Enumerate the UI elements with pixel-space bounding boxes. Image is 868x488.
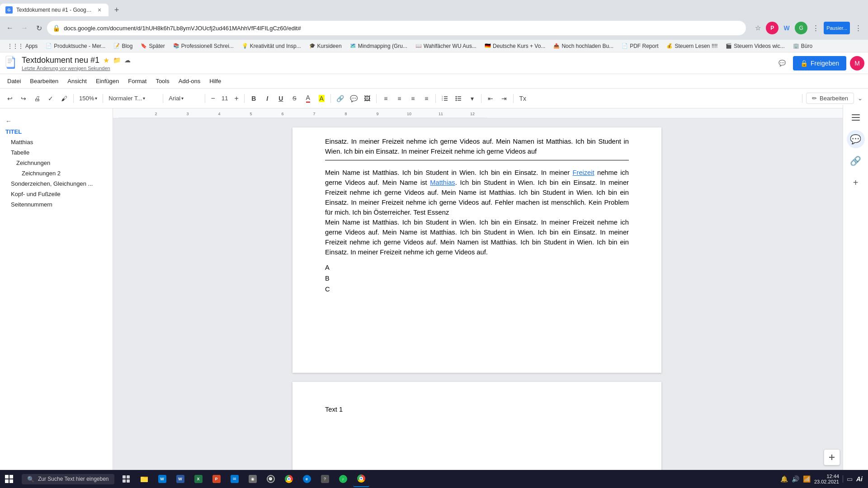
font-size-increase-button[interactable]: + <box>231 94 241 103</box>
notification-icon[interactable]: 🔔 <box>780 475 788 483</box>
taskbar-app-mail[interactable]: ✉ <box>226 471 243 487</box>
taskbar-app-edge[interactable]: e <box>299 471 315 487</box>
bookmark-deutsche-kurs[interactable]: 🇩🇪 Deutsche Kurs + Vo... <box>481 42 549 51</box>
sidebar-item-seitennummern[interactable]: Seitennummern <box>0 199 107 210</box>
text-color-button[interactable]: A <box>302 92 314 105</box>
links-panel-icon[interactable]: 🔗 <box>847 152 865 170</box>
font-dropdown[interactable]: Arial ▾ <box>166 94 202 103</box>
bookmark-kursideen[interactable]: 🎓 Kursideen <box>306 42 345 51</box>
tab-close-button[interactable]: × <box>96 6 103 14</box>
bookmark-blog[interactable]: 📝 Blog <box>110 42 136 51</box>
taskbar-app-unknown1[interactable]: ◉ <box>245 471 261 487</box>
taskbar-app-excel[interactable]: X <box>190 471 207 487</box>
edit-mode-button[interactable]: ✏ Bearbeiten <box>806 93 854 104</box>
extension-button[interactable]: W <box>780 22 793 34</box>
numbered-list-button[interactable]: 1.2.3. <box>439 92 451 105</box>
taskbar-app-word[interactable]: W <box>172 471 189 487</box>
font-size-input[interactable] <box>218 94 231 103</box>
volume-icon[interactable]: 🔊 <box>792 475 799 483</box>
bookmark-wahlfaecher[interactable]: 📖 Wahlfächer WU Aus... <box>412 42 480 51</box>
pause-button[interactable]: Pausier... <box>824 22 850 34</box>
menu-ansicht[interactable]: Ansicht <box>64 76 90 86</box>
print-button[interactable]: 🖨 <box>31 92 43 105</box>
ai-indicator[interactable]: Ai <box>856 475 863 483</box>
sidebar-item-matthias[interactable]: Matthias <box>0 137 107 147</box>
insert-image-button[interactable]: 🖼 <box>361 92 373 105</box>
share-button[interactable]: 🔒 Freigeben <box>793 56 846 70</box>
user-avatar[interactable]: M <box>850 56 864 70</box>
sidebar-item-tabelle[interactable]: Tabelle <box>0 147 107 158</box>
highlight-color-button[interactable]: A <box>315 92 328 105</box>
insert-link-button[interactable]: 🔗 <box>334 92 346 105</box>
folder-icon[interactable]: 📁 <box>113 56 121 64</box>
style-dropdown[interactable]: Normaler T... ▾ <box>106 94 160 103</box>
task-view-button[interactable] <box>118 471 134 487</box>
new-tab-button[interactable]: + <box>110 4 123 16</box>
bookmark-apps[interactable]: ⋮⋮⋮ Apps <box>4 42 41 51</box>
taskbar-time[interactable]: 12:44 23.02.2021 <box>814 474 839 484</box>
bookmark-steuern-lesen[interactable]: 💰 Steuern Lesen !!!! <box>663 42 721 51</box>
font-size-decrease-button[interactable]: − <box>208 94 218 103</box>
freizeit-link[interactable]: Freizeit <box>573 169 594 176</box>
forward-button[interactable]: → <box>18 22 31 34</box>
taskbar-app-unknown2[interactable]: ? <box>317 471 333 487</box>
insert-comment-button[interactable]: 💬 <box>347 92 360 105</box>
docs-title[interactable]: Textdokument neu #1 <box>22 56 99 65</box>
last-save[interactable]: Letzte Änderung vor wenigen Sekunden <box>22 66 110 71</box>
comment-button[interactable]: 💬 <box>775 56 789 70</box>
expand-button[interactable]: ⌄ <box>856 93 864 103</box>
bookmark-mindmapping[interactable]: 🗺️ Mindmapping (Gru... <box>346 42 411 51</box>
comments-panel-icon[interactable]: 💬 <box>847 130 865 148</box>
taskbar-app-clock[interactable]: 🕐 <box>263 471 279 487</box>
italic-button[interactable]: I <box>261 92 274 105</box>
sidebar-back-button[interactable]: ← <box>0 116 113 127</box>
redo-button[interactable]: ↪ <box>17 92 30 105</box>
start-button[interactable] <box>0 470 18 488</box>
sidebar-settings-icon[interactable] <box>847 108 865 127</box>
menu-button[interactable]: ⋮ <box>852 22 864 34</box>
menu-datei[interactable]: Datei <box>4 76 24 86</box>
align-center-button[interactable]: ≡ <box>393 92 406 105</box>
list-options-button[interactable]: ▾ <box>466 92 478 105</box>
taskbar-app-spotify[interactable]: ♪ <box>335 471 351 487</box>
browser-tab[interactable]: G Textdokument neu #1 - Google ... × <box>0 4 108 16</box>
align-left-button[interactable]: ≡ <box>379 92 392 105</box>
menu-hilfe[interactable]: Hilfe <box>206 76 225 86</box>
menu-addons[interactable]: Add-ons <box>175 76 204 86</box>
sidebar-item-sonderzeichen[interactable]: Sonderzeichen, Gleichungen ... <box>0 178 107 189</box>
undo-button[interactable]: ↩ <box>4 92 16 105</box>
menu-einfuegen[interactable]: Einfügen <box>92 76 123 86</box>
zoom-dropdown[interactable]: 150% ▾ <box>76 94 100 103</box>
extensions-button[interactable]: ⋮ <box>809 22 822 34</box>
align-right-button[interactable]: ≡ <box>406 92 419 105</box>
bold-button[interactable]: B <box>247 92 260 105</box>
back-button[interactable]: ← <box>4 22 16 34</box>
align-justify-button[interactable]: ≡ <box>420 92 433 105</box>
bookmark-button[interactable]: ☆ <box>751 22 764 34</box>
profile-button[interactable]: P <box>766 22 778 34</box>
network-icon[interactable]: 📶 <box>803 475 811 483</box>
doc-scroll-area[interactable]: Einsatz. In meiner Freizeit nehme ich ge… <box>113 118 868 488</box>
taskbar-app-wsl[interactable]: W <box>154 471 170 487</box>
bookmark-professionell[interactable]: 📚 Professionell Schrei... <box>170 42 237 51</box>
bookmark-spaeter[interactable]: 🔖 Später <box>137 42 168 51</box>
paint-format-button[interactable]: 🖌 <box>58 92 71 105</box>
show-desktop-button[interactable]: ▭ <box>843 475 853 483</box>
cloud-icon[interactable]: ☁ <box>124 56 131 64</box>
sidebar-item-kopffusszeile[interactable]: Kopf- und Fußzeile <box>0 189 107 199</box>
bookmark-produktsuche[interactable]: 📄 Produktsuche - Mer... <box>42 42 109 51</box>
bulleted-list-button[interactable] <box>452 92 465 105</box>
menu-bearbeiten[interactable]: Bearbeiten <box>26 76 62 86</box>
increase-indent-button[interactable]: ⇥ <box>498 92 510 105</box>
strikethrough-button[interactable]: S <box>288 92 301 105</box>
file-explorer-button[interactable] <box>136 471 152 487</box>
reload-button[interactable]: ↻ <box>33 22 45 34</box>
taskbar-app-chrome[interactable] <box>281 471 297 487</box>
underline-button[interactable]: U <box>274 92 287 105</box>
menu-format[interactable]: Format <box>124 76 150 86</box>
bookmark-pdf[interactable]: 📄 PDF Report <box>618 42 662 51</box>
add-panel-icon[interactable]: + <box>847 174 865 192</box>
sidebar-item-zeichnungen2[interactable]: Zeichnungen 2 <box>0 168 107 178</box>
taskbar-app-powerpoint[interactable]: P <box>208 471 225 487</box>
menu-tools[interactable]: Tools <box>152 76 173 86</box>
